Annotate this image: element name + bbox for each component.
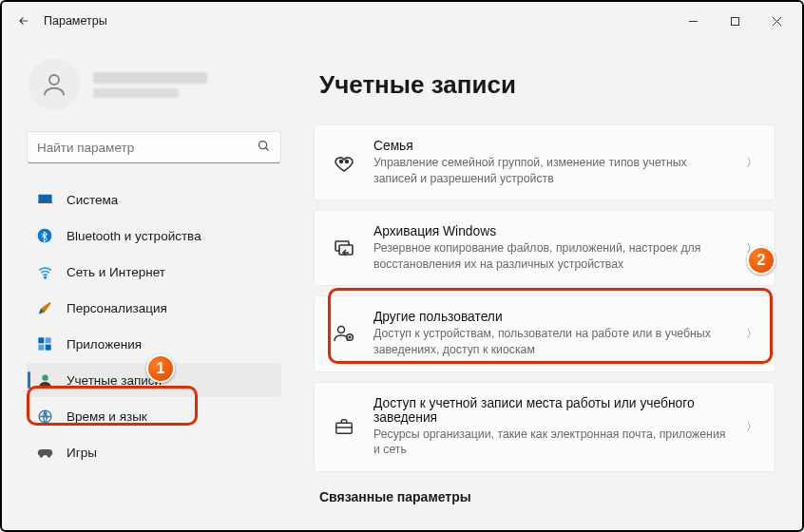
search-input[interactable] [37,141,257,155]
card-title: Доступ к учетной записи места работы или… [373,396,729,425]
svg-rect-4 [38,200,51,202]
card-other-users[interactable]: Другие пользователи Доступ к устройствам… [314,295,775,371]
gamepad-icon [36,445,53,461]
card-desc: Управление семейной группой, изменение т… [373,155,729,186]
briefcase-icon [332,416,356,437]
sidebar-item-time[interactable]: Время и язык [27,399,281,433]
sidebar-item-label: Сеть и Интернет [67,265,165,279]
chevron-right-icon: 〉 [746,240,757,256]
apps-icon [36,336,53,352]
content: Учетные записи Семья Управление семейной… [298,40,802,530]
window-controls [673,8,796,34]
display-icon [36,192,53,208]
sidebar-item-label: Система [67,193,118,207]
family-icon [332,151,356,174]
card-title: Семья [373,139,729,153]
svg-point-13 [340,161,343,163]
back-button[interactable] [10,7,38,35]
backup-icon [332,237,356,259]
sidebar-item-label: Персонализация [67,301,167,315]
svg-point-6 [44,276,46,278]
avatar [29,59,80,110]
profile-block[interactable] [29,59,281,110]
svg-rect-10 [46,345,51,351]
sidebar-item-apps[interactable]: Приложения [27,327,281,361]
chevron-right-icon: 〉 [746,419,757,435]
sidebar-item-personalization[interactable]: Персонализация [27,291,281,325]
card-work-school[interactable]: Доступ к учетной записи места работы или… [314,382,775,472]
clock-globe-icon [36,408,53,425]
svg-point-14 [346,161,349,163]
svg-point-2 [259,142,267,149]
svg-rect-0 [731,17,738,25]
sidebar-item-label: Время и язык [67,409,147,424]
page-title: Учетные записи [319,70,775,100]
nav-list: Система Bluetooth и устройства Сеть и Ин… [27,182,281,469]
svg-rect-19 [336,423,353,433]
search-icon [257,139,271,156]
svg-rect-8 [46,337,51,343]
wifi-icon [36,264,53,280]
sidebar-item-games[interactable]: Игры [27,435,281,469]
chevron-right-icon: 〉 [746,326,757,342]
person-icon [36,372,53,389]
other-users-icon [332,322,356,345]
close-button[interactable] [756,8,796,34]
maximize-button[interactable] [715,8,755,34]
profile-text [93,72,207,98]
sidebar-item-system[interactable]: Система [27,182,281,217]
card-family[interactable]: Семья Управление семейной группой, измен… [314,124,775,200]
svg-rect-9 [38,345,44,351]
svg-point-17 [338,327,345,333]
search-box[interactable] [27,131,281,163]
card-backup[interactable]: Архивация Windows Резервное копирование … [314,210,775,286]
brush-icon [36,300,53,315]
card-title: Другие пользователи [373,310,729,324]
card-title: Архивация Windows [373,224,729,238]
titlebar: Параметры [2,2,802,40]
sidebar-item-accounts[interactable]: Учетные записи [27,363,281,397]
sidebar-item-label: Приложения [67,337,142,352]
card-desc: Резервное копирование файлов, приложений… [373,240,729,272]
minimize-button[interactable] [673,8,713,34]
card-desc: Доступ к устройствам, пользователи на ра… [373,326,729,357]
sidebar: Система Bluetooth и устройства Сеть и Ин… [2,40,298,530]
chevron-right-icon: 〉 [746,155,757,171]
window-title: Параметры [44,14,107,28]
sidebar-item-label: Bluetooth и устройства [67,229,201,243]
section-header: Связанные параметры [319,489,775,504]
svg-point-11 [42,374,48,380]
sidebar-item-label: Игры [67,446,97,460]
sidebar-item-bluetooth[interactable]: Bluetooth и устройства [27,218,281,253]
card-desc: Ресурсы организации, такие как электронн… [373,427,729,458]
svg-rect-7 [38,337,44,343]
bluetooth-icon [36,228,53,243]
svg-point-1 [49,75,59,85]
sidebar-item-network[interactable]: Сеть и Интернет [27,255,281,289]
sidebar-item-label: Учетные записи [67,373,162,388]
